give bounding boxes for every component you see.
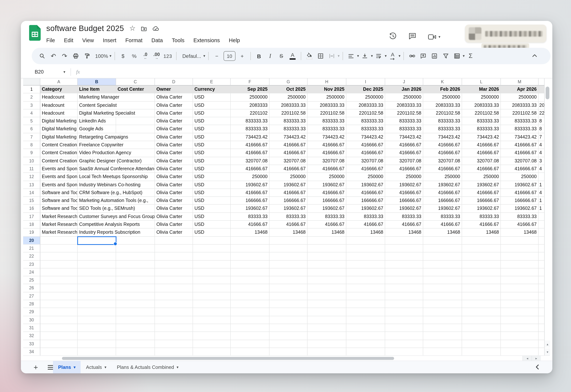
horizontal-scrollbar-thumb[interactable] <box>62 357 394 360</box>
scroll-right-button[interactable]: ▸ <box>531 356 541 361</box>
empty-cell[interactable] <box>270 236 308 245</box>
month-value-cell[interactable]: 83333.33 <box>346 213 385 221</box>
row-number[interactable]: 22 <box>23 252 40 261</box>
row-number[interactable]: 26 <box>23 284 40 292</box>
horizontal-scrollbar[interactable]: ◂ ▸ <box>23 355 550 361</box>
empty-cell[interactable] <box>308 340 346 348</box>
month-value-cell[interactable]: 734423.42 <box>385 133 423 141</box>
month-value-cell[interactable]: 416666.67 <box>346 141 385 149</box>
overflow-cell[interactable]: 3 <box>539 157 544 165</box>
empty-cell[interactable] <box>78 316 116 324</box>
empty-cell[interactable] <box>308 308 346 316</box>
month-value-cell[interactable]: 166666.67 <box>231 197 270 205</box>
month-value-cell[interactable]: 416666.67 <box>270 165 308 173</box>
month-value-cell[interactable]: 320707.08 <box>231 157 270 165</box>
month-value-cell[interactable]: 250000 <box>231 173 270 181</box>
month-header-cell[interactable]: Sep 2025 <box>231 86 270 94</box>
month-value-cell[interactable]: 416666.67 <box>346 189 385 197</box>
month-value-cell[interactable]: 41666.67 <box>270 221 308 229</box>
scroll-left-button[interactable]: ◂ <box>523 356 532 361</box>
row-number[interactable]: 30 <box>23 316 40 324</box>
currency-cell[interactable]: USD <box>193 101 231 109</box>
empty-cell[interactable] <box>423 292 462 300</box>
empty-cell[interactable] <box>193 332 231 340</box>
empty-cell[interactable] <box>462 332 501 340</box>
empty-cell[interactable] <box>231 268 270 276</box>
empty-cell[interactable] <box>539 276 544 284</box>
month-value-cell[interactable]: 166666.67 <box>346 197 385 205</box>
category-cell[interactable]: Software and Tools <box>40 197 78 205</box>
month-value-cell[interactable]: 193602.67 <box>231 181 270 189</box>
row-number[interactable]: 20 <box>23 236 40 245</box>
empty-cell[interactable] <box>40 308 78 316</box>
empty-cell[interactable] <box>40 236 78 245</box>
month-value-cell[interactable]: 734423.42 <box>231 133 270 141</box>
empty-cell[interactable] <box>155 300 193 308</box>
name-box[interactable]: B20 ▾ <box>32 69 68 75</box>
month-value-cell[interactable]: 13468 <box>501 229 539 237</box>
month-value-cell[interactable]: 416666.67 <box>308 149 346 157</box>
month-value-cell[interactable]: 833333.33 <box>385 117 423 125</box>
month-value-cell[interactable]: 2201102.58 <box>462 109 501 117</box>
text-rotation-button[interactable]: A <box>387 50 398 62</box>
month-value-cell[interactable]: 41666.67 <box>231 221 270 229</box>
month-value-cell[interactable]: 833333.33 <box>308 125 346 133</box>
empty-cell[interactable] <box>423 324 462 332</box>
empty-cell[interactable] <box>40 332 78 340</box>
empty-cell[interactable] <box>346 324 385 332</box>
owner-cell[interactable]: Olivia Carter <box>155 101 193 109</box>
month-value-cell[interactable]: 416666.67 <box>501 141 539 149</box>
owner-cell[interactable]: Olivia Carter <box>155 165 193 173</box>
line-item-cell[interactable]: Marketing Manager <box>78 94 155 102</box>
line-item-cell[interactable]: Competitive Analysis Reports <box>78 221 155 229</box>
row-number[interactable]: 24 <box>23 268 40 276</box>
month-value-cell[interactable]: 416666.67 <box>308 189 346 197</box>
month-value-cell[interactable]: 416666.67 <box>462 189 501 197</box>
currency-cell[interactable]: USD <box>193 165 231 173</box>
category-cell[interactable]: Software and Tools <box>40 189 78 197</box>
empty-cell[interactable] <box>155 268 193 276</box>
empty-cell[interactable] <box>308 245 346 253</box>
owner-cell[interactable]: Olivia Carter <box>155 94 193 102</box>
create-filter-button[interactable] <box>440 50 451 62</box>
row-number[interactable]: 5 <box>23 117 40 125</box>
month-value-cell[interactable]: 416666.67 <box>231 165 270 173</box>
month-value-cell[interactable]: 416666.67 <box>270 189 308 197</box>
month-value-cell[interactable]: 416666.67 <box>423 141 462 149</box>
table-tools-button[interactable] <box>452 50 462 62</box>
month-value-cell[interactable]: 41666.67 <box>346 221 385 229</box>
empty-cell[interactable] <box>423 268 462 276</box>
month-value-cell[interactable]: 250000 <box>308 173 346 181</box>
empty-cell[interactable] <box>423 236 462 245</box>
empty-cell[interactable] <box>346 284 385 292</box>
empty-cell[interactable] <box>193 348 231 356</box>
owner-cell[interactable]: Olivia Carter <box>155 229 193 237</box>
row-number[interactable]: 34 <box>23 348 40 356</box>
month-value-cell[interactable]: 41666.67 <box>462 221 501 229</box>
empty-cell[interactable] <box>78 340 116 348</box>
empty-cell[interactable] <box>231 340 270 348</box>
month-value-cell[interactable]: 833333.33 <box>346 117 385 125</box>
month-value-cell[interactable]: 416666.67 <box>501 149 539 157</box>
line-item-cell[interactable]: Industry Reports Subscription <box>78 229 155 237</box>
category-cell[interactable]: Headcount <box>40 101 78 109</box>
category-cell[interactable]: Market Research <box>40 229 78 237</box>
empty-cell[interactable] <box>231 308 270 316</box>
empty-cell[interactable] <box>501 268 539 276</box>
empty-cell[interactable] <box>385 300 423 308</box>
row-number[interactable]: 28 <box>23 300 40 308</box>
insert-link-button[interactable] <box>407 50 417 62</box>
month-value-cell[interactable]: 833333.33 <box>423 125 462 133</box>
month-value-cell[interactable]: 833333.33 <box>270 125 308 133</box>
month-value-cell[interactable]: 734423.42 <box>346 133 385 141</box>
empty-cell[interactable] <box>155 308 193 316</box>
row-number[interactable]: 33 <box>23 340 40 348</box>
category-cell[interactable]: Headcount <box>40 109 78 117</box>
empty-cell[interactable] <box>539 300 544 308</box>
increase-decimal-button[interactable]: .00→ <box>151 50 162 62</box>
menu-data[interactable]: Data <box>151 37 163 43</box>
horizontal-align-button[interactable] <box>346 50 357 62</box>
column-header-c[interactable]: C <box>116 78 155 86</box>
empty-cell[interactable] <box>116 348 155 356</box>
month-value-cell[interactable]: 13468 <box>462 229 501 237</box>
